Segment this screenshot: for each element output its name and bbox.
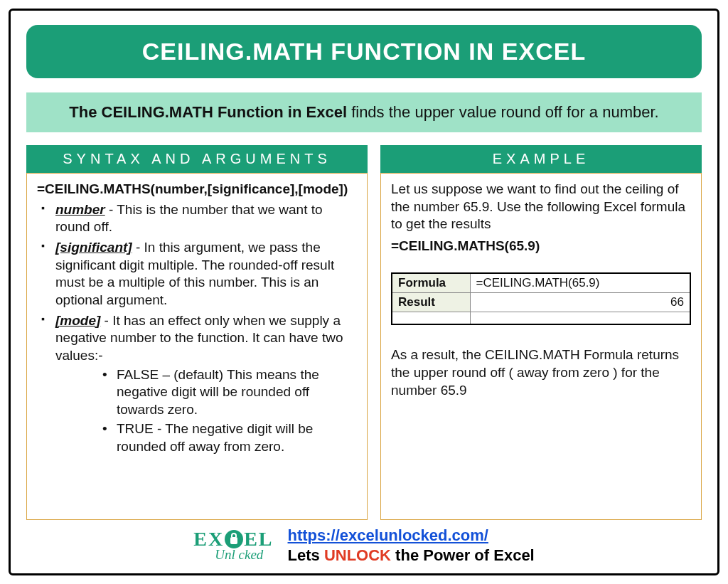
columns: SYNTAX AND ARGUMENTS =CEILING.MATHS(numb…	[26, 145, 702, 520]
tagline-em: UNLOCK	[324, 546, 391, 564]
cell-result-label: Result	[392, 292, 470, 312]
footer-link[interactable]: https://excelunlocked.com/	[288, 526, 488, 544]
logo-text-col: EX EL Unl cked	[193, 529, 273, 561]
brand-logo: EX EL Unl cked	[193, 529, 273, 561]
arg-item: [significant] - In this argument, we pas…	[41, 239, 357, 309]
arg-name: [significant]	[55, 240, 132, 255]
cell-result-value: 66	[470, 292, 690, 312]
lock-icon	[225, 530, 243, 548]
arg-item: number - This is the number that we want…	[41, 201, 357, 236]
page-title: CEILING.MATH FUNCTION IN EXCEL	[26, 25, 702, 78]
mode-sublist: FALSE – (default) This means the negativ…	[55, 366, 357, 455]
arg-item: [mode] - It has an effect only when we s…	[41, 312, 357, 456]
mode-value-item: FALSE – (default) This means the negativ…	[102, 366, 357, 419]
argument-list: number - This is the number that we want…	[37, 201, 357, 456]
intro-banner: The CEILING.MATH Function in Excel finds…	[26, 92, 702, 132]
syntax-header: SYNTAX AND ARGUMENTS	[26, 145, 368, 173]
example-body: Let us suppose we want to find out the c…	[380, 173, 702, 520]
tagline-pre: Lets	[288, 546, 324, 564]
cell-formula-label: Formula	[392, 273, 470, 293]
empty-cell	[392, 312, 470, 324]
intro-rest: finds the upper value round off for a nu…	[347, 103, 659, 121]
tagline-post: the Power of Excel	[391, 546, 535, 564]
table-row: Result 66	[392, 292, 690, 312]
table-row: Formula =CEILING.MATH(65.9)	[392, 273, 690, 293]
result-table: Formula =CEILING.MATH(65.9) Result 66	[391, 272, 691, 326]
arg-name: [mode]	[55, 313, 100, 328]
example-intro-text: Let us suppose we want to find out the c…	[391, 181, 691, 233]
syntax-column: SYNTAX AND ARGUMENTS =CEILING.MATHS(numb…	[26, 145, 368, 520]
intro-bold: The CEILING.MATH Function in Excel	[69, 103, 347, 121]
logo-text-right: EL	[244, 529, 273, 549]
document-page: CEILING.MATH FUNCTION IN EXCEL The CEILI…	[9, 9, 719, 575]
example-header: EXAMPLE	[380, 145, 702, 173]
logo-bottom-line: Unl cked	[215, 548, 263, 561]
lock-body-icon	[230, 537, 237, 544]
example-column: EXAMPLE Let us suppose we want to find o…	[380, 145, 702, 520]
mode-value-item: TRUE - The negative digit will be rounde…	[102, 420, 357, 455]
cell-formula-value: =CEILING.MATH(65.9)	[470, 273, 690, 293]
syntax-body: =CEILING.MATHS(number,[significance],[mo…	[26, 173, 368, 520]
arg-name: number	[55, 202, 105, 217]
footer: EX EL Unl cked https://excelunlocked.com…	[26, 526, 702, 565]
syntax-formula: =CEILING.MATHS(number,[significance],[mo…	[37, 181, 357, 198]
example-formula: =CEILING.MATHS(65.9)	[391, 238, 691, 255]
footer-text: https://excelunlocked.com/ Lets UNLOCK t…	[288, 526, 535, 565]
example-result-text: As a result, the CEILING.MATH Formula re…	[391, 346, 691, 399]
logo-top-line: EX EL	[193, 529, 273, 549]
logo-text-left: EX	[193, 529, 224, 549]
table-row-empty	[392, 312, 690, 324]
empty-cell	[470, 312, 690, 324]
